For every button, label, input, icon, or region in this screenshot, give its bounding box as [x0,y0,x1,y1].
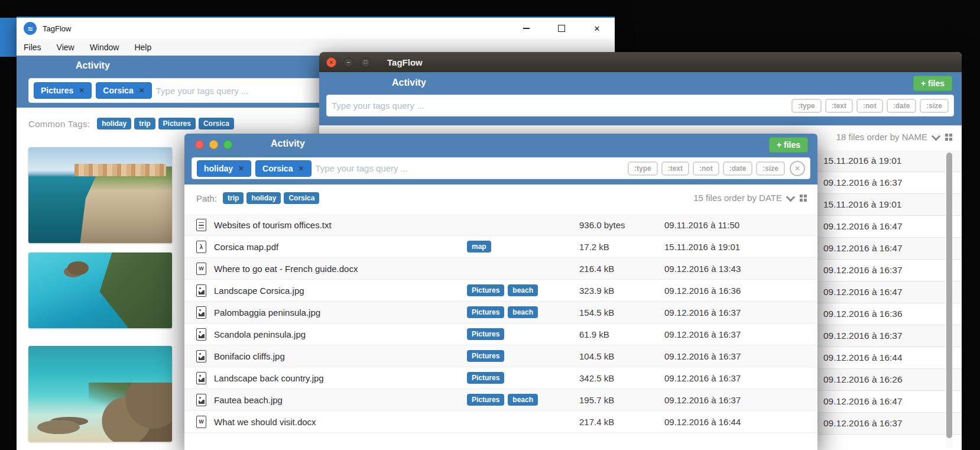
thumbnail-beach-rocks[interactable] [28,346,172,442]
file-tags: Picturesbeach [467,284,541,296]
close-button[interactable]: ✕ [579,18,615,39]
menu-item[interactable]: Window [90,43,119,52]
scrollbar-thumb[interactable] [946,153,952,438]
minimize-button[interactable] [508,18,544,39]
add-files-button[interactable]: + files [769,137,808,153]
maximize-button[interactable]: □ [361,57,371,67]
win3-search-input[interactable]: holiday✕ Corsica✕ Type your tags query .… [192,157,810,179]
file-tag-chip[interactable]: beach [508,284,538,296]
jpg-file-icon [196,328,206,341]
tagflow-logo-icon: ≈ [24,22,37,35]
thumbnail-turquoise-peninsula[interactable] [28,252,172,328]
file-row[interactable]: Fautea beach.jpg Picturesbeach 195.7 kB … [184,389,817,411]
common-tag-chip[interactable]: trip [134,118,155,130]
search-tag-chip[interactable]: Corsica✕ [255,160,311,177]
file-tag-chip[interactable]: beach [508,306,538,318]
file-tag-chip[interactable]: beach [508,394,538,406]
menu-item[interactable]: Help [134,43,151,52]
common-tag-chip[interactable]: holiday [97,118,131,130]
minimize-icon [523,28,530,29]
path-tag-chip[interactable]: holiday [246,192,281,204]
query-filter-button[interactable]: :date [887,99,917,113]
file-tag-chip[interactable]: Pictures [467,306,504,318]
file-row[interactable]: Landscape back country.jpg Pictures 342.… [184,367,817,389]
query-filter-button[interactable]: :not [693,161,719,176]
menu-item[interactable]: View [57,43,74,52]
file-row[interactable]: Bonifacio cliffs.jpg Pictures 104.5 kB 0… [184,345,817,367]
search-tag-chip[interactable]: holiday✕ [197,160,251,177]
remove-tag-icon[interactable]: ✕ [238,164,244,173]
file-row[interactable]: Corsica map.pdf map 17.2 kB 15.11.2016 à… [184,236,817,258]
zoom-button[interactable] [223,140,232,149]
file-name: Where to go eat - French guide.docx [214,264,358,274]
remove-tag-icon[interactable]: ✕ [79,86,85,95]
grid-view-icon[interactable] [945,134,952,141]
file-row[interactable]: Scandola peninsula.jpg Pictures 61.9 kB … [184,323,817,345]
file-tag-chip[interactable]: Pictures [467,350,504,362]
file-date: 15.11.2016 à 19:01 [823,156,901,166]
win2-titlebar[interactable]: ✕ – □ TagFlow [319,52,962,73]
query-filter-button[interactable]: :type [628,161,658,176]
file-date: 09.12.2016 à 16:47 [823,243,903,254]
jpg-file-icon [196,350,206,362]
win2-title: TagFlow [387,57,423,67]
common-tag-chip[interactable]: Pictures [158,118,196,130]
minimize-button[interactable] [209,140,218,149]
win2-scrollbar[interactable] [946,151,953,449]
file-tag-chip[interactable]: Pictures [467,284,504,296]
file-date: 09.12.2016 à 16:37 [664,395,741,405]
maximize-button[interactable] [544,18,579,39]
file-tag-chip[interactable]: Pictures [467,328,504,340]
file-tags: Picturesbeach [467,306,541,318]
query-filter-button[interactable]: :text [825,99,853,113]
query-filter-button[interactable]: :size [920,99,949,113]
add-files-button[interactable]: + files [913,76,952,91]
clear-query-icon[interactable]: ✕ [790,161,805,176]
win1-titlebar[interactable]: ≈ TagFlow ✕ [17,18,615,39]
file-row[interactable]: Websites of tourism offices.txt 936.0 by… [184,214,817,236]
remove-tag-icon[interactable]: ✕ [298,164,304,173]
query-filter-button[interactable]: :size [756,161,785,176]
close-button[interactable] [195,140,204,149]
win2-sort-text: 18 files order by NAME [836,132,927,142]
menu-item[interactable]: Files [24,43,41,52]
path-tag-chip[interactable]: Corsica [284,192,319,204]
win1-activity-title: Activity [76,60,110,71]
close-button[interactable]: ✕ [326,57,336,67]
file-date: 09.12.2016 à 16:37 [823,177,903,188]
file-date: 09.12.2016 à 16:37 [664,373,741,383]
query-filter-button[interactable]: :date [723,161,753,176]
win2-search-input[interactable]: Type your tags query ... :type :text :no… [326,95,954,116]
tag-label: Pictures [41,86,73,95]
win2-sort-control[interactable]: 18 files order by NAME [836,132,952,142]
grid-view-icon[interactable] [800,195,807,202]
chevron-down-icon[interactable] [932,131,941,141]
search-tag-chip[interactable]: Corsica✕ [96,82,151,99]
query-filter-button[interactable]: :text [661,161,689,176]
file-tag-chip[interactable]: Pictures [467,372,504,384]
file-tag-chip[interactable]: map [467,241,491,252]
file-row[interactable]: What we should visit.docx 217.4 kB 09.12… [184,411,817,433]
remove-tag-icon[interactable]: ✕ [139,86,145,95]
file-tag-chip[interactable]: Pictures [467,394,504,406]
file-date: 09.12.2016 à 16:37 [823,418,903,429]
file-tags: Picturesbeach [467,394,541,406]
query-filter-button[interactable]: :not [856,99,883,113]
thumbnail-bonifacio-cliffs[interactable] [28,147,172,243]
win3-sort-control[interactable]: 15 files order by DATE [693,193,807,203]
file-size: 216.4 kB [579,264,614,274]
common-tag-chip[interactable]: Corsica [199,118,234,130]
path-label: Path: [196,193,217,203]
file-row[interactable]: Palombaggia peninsula.jpg Picturesbeach … [184,302,817,323]
path-tag-chip[interactable]: trip [223,192,244,204]
query-filter-button[interactable]: :type [791,99,822,113]
win3-activity-header[interactable]: Activity + files holiday✕ Corsica✕ Type … [184,134,817,184]
file-row[interactable]: Landscape Corsica.jpg Picturesbeach 323.… [184,280,817,302]
file-row[interactable]: Where to go eat - French guide.docx 216.… [184,258,817,280]
search-tag-chip[interactable]: Pictures✕ [34,82,92,99]
chevron-down-icon[interactable] [786,192,796,202]
file-date: 09.12.2016 à 16:47 [823,287,903,297]
minimize-button[interactable]: – [343,57,353,67]
tag-label: holiday [204,164,233,173]
file-size: 17.2 kB [579,242,609,252]
